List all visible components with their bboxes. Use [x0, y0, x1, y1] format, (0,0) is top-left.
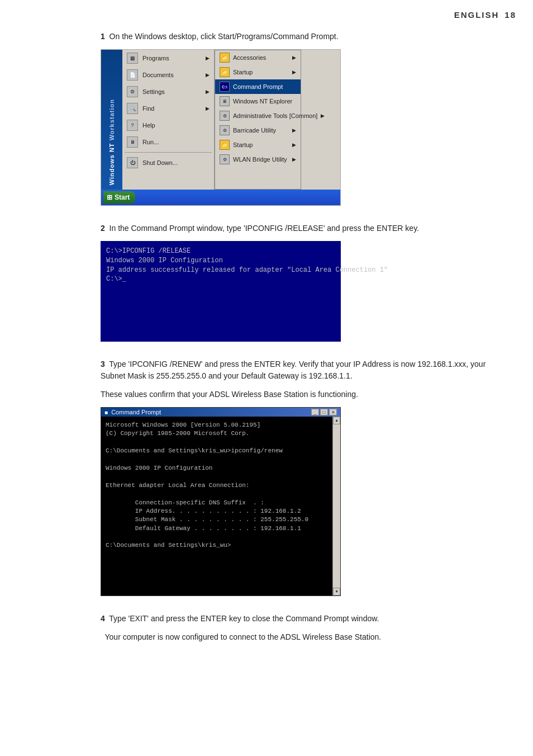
barricade-label: Barricade Utility [233, 127, 276, 134]
wlan-bridge-arrow: ▶ [292, 157, 296, 162]
accessories-label: Accessories [233, 54, 266, 61]
step-4: 4 Type 'EXIT' and press the ENTER key to… [101, 613, 499, 643]
startup-label: Startup [233, 69, 253, 75]
start-button[interactable]: ⊞ Start [103, 191, 135, 204]
step-4-subtext-content: Your computer is now configured to conne… [105, 632, 382, 641]
minimize-button[interactable]: _ [311, 409, 319, 415]
scroll-up-button[interactable]: ▲ [333, 417, 340, 424]
nt-explorer-label: Windows NT Explorer [233, 98, 292, 105]
step-2: 2 In the Command Prompt window, type 'IP… [101, 223, 499, 342]
documents-label: Documents [142, 72, 174, 78]
cmd-title: ■ Command Prompt [104, 409, 161, 415]
terminal-line-2: Windows 2000 IP Configuration [106, 256, 335, 266]
taskbar: ⊞ Start [101, 190, 340, 205]
windows-sidebar: Windows NT Workstation [101, 50, 122, 190]
step-2-text: 2 In the Command Prompt window, type 'IP… [101, 223, 499, 234]
menu-item-help[interactable]: ? Help [122, 117, 214, 134]
accessories-icon: 📁 [220, 53, 230, 63]
cmd-line-12: Subnet Mask . . . . . . . . . . : 255.25… [106, 516, 336, 524]
menu-item-run[interactable]: 🖥 Run... [122, 134, 214, 150]
cmd-line-9 [106, 490, 336, 498]
step-3-number: 3 [101, 360, 105, 368]
shutdown-icon: ⏻ [127, 157, 138, 168]
submenu-accessories[interactable]: 📁 Accessories ▶ [215, 50, 301, 65]
submenu-barricade[interactable]: ⚙ Barricade Utility ▶ [215, 123, 301, 138]
step-3-subtext-content: These values confirm that your ADSL Wire… [101, 390, 358, 399]
submenu-startup[interactable]: 📁 Startup ▶ [215, 65, 301, 79]
language-label: ENGLISH [454, 10, 499, 20]
find-arrow: ▶ [206, 106, 210, 111]
cmd-body: Microsoft Windows 2000 [Version 5.00.219… [101, 417, 340, 596]
accessories-arrow: ▶ [292, 55, 296, 60]
help-label: Help [142, 122, 155, 129]
step-1: 1 On the Windows desktop, click Start/Pr… [101, 31, 499, 206]
shutdown-label: Shut Down... [142, 159, 178, 166]
cmd-line-2: (C) Copyright 1985-2000 Microsoft Corp. [106, 429, 336, 438]
cmd-line-10: Connection-specific DNS Suffix . : [106, 499, 336, 507]
start-menu-screenshot: Windows NT Workstation ▦ Programs ▶ 📄 Do… [101, 49, 341, 206]
main-content: 1 On the Windows desktop, click Start/Pr… [0, 25, 533, 677]
barricade-arrow: ▶ [292, 127, 296, 133]
admin-tools-arrow: ▶ [321, 113, 325, 119]
programs-arrow: ▶ [206, 55, 210, 61]
startup-arrow: ▶ [292, 69, 296, 75]
close-button[interactable]: ✕ [329, 409, 337, 415]
help-icon: ? [127, 120, 138, 131]
step-3-subtext: These values confirm that your ADSL Wire… [101, 389, 499, 400]
cmd-window: ■ Command Prompt _ □ ✕ Microsoft Windows… [101, 407, 341, 596]
start-menu-main: ▦ Programs ▶ 📄 Documents ▶ ⚙ Settings ▶ [122, 50, 215, 190]
terminal-step2: C:\>IPCONFIG /RELEASE Windows 2000 IP Co… [101, 241, 341, 342]
submenu-wlan-bridge[interactable]: ⚙ WLAN Bridge Utility ▶ [215, 152, 301, 167]
page-number: 18 [505, 10, 516, 20]
cmd-line-13: Default Gateway . . . . . . . . : 192.16… [106, 525, 336, 533]
startup2-label: Startup [233, 141, 253, 148]
submenu-admin-tools[interactable]: ⚙ Administrative Tools [Common] ▶ [215, 108, 301, 123]
menu-separator [125, 152, 212, 153]
programs-icon: ▦ [127, 53, 138, 64]
wlan-bridge-icon: ⚙ [220, 154, 230, 164]
run-icon: 🖥 [127, 136, 138, 148]
wlan-bridge-label: WLAN Bridge Utility [233, 156, 287, 163]
step-4-text: 4 Type 'EXIT' and press the ENTER key to… [101, 613, 499, 625]
menu-item-documents[interactable]: 📄 Documents ▶ [122, 67, 214, 83]
submenu-nt-explorer[interactable]: 🖥 Windows NT Explorer [215, 94, 301, 108]
terminal-line-4: C:\>_ [106, 275, 335, 284]
start-label: Start [115, 193, 130, 201]
settings-arrow: ▶ [206, 89, 210, 94]
cmd-line-14 [106, 533, 336, 541]
menu-item-find[interactable]: 🔍 Find ▶ [122, 100, 214, 117]
documents-icon: 📄 [127, 69, 138, 81]
cmd-window-controls: _ □ ✕ [311, 409, 337, 415]
step-1-number: 1 [101, 32, 105, 41]
step-1-text: 1 On the Windows desktop, click Start/Pr… [101, 31, 499, 42]
sidebar-windows: Windows NT [108, 140, 115, 185]
step-1-description: On the Windows desktop, click Start/Prog… [110, 32, 339, 41]
cmd-icon: ■ [104, 409, 108, 415]
scroll-down-button[interactable]: ▼ [333, 588, 340, 596]
startup-icon: 📁 [220, 67, 230, 77]
step-2-description: In the Command Prompt window, type 'IPCO… [110, 224, 419, 233]
cmd-titlebar: ■ Command Prompt _ □ ✕ [101, 408, 340, 417]
cmd-line-7 [106, 472, 336, 481]
submenu-startup2[interactable]: 📁 Startup ▶ [215, 138, 301, 152]
step-2-number: 2 [101, 224, 105, 233]
cmd-line-1: Microsoft Windows 2000 [Version 5.00.219… [106, 421, 336, 429]
menu-item-settings[interactable]: ⚙ Settings ▶ [122, 83, 214, 100]
step-3-text: 3 Type 'IPCONFIG /RENEW' and press the E… [101, 358, 499, 382]
startup2-arrow: ▶ [292, 142, 296, 148]
restore-button[interactable]: □ [320, 409, 328, 415]
terminal-line-1: C:\>IPCONFIG /RELEASE [106, 247, 335, 256]
scroll-thumb[interactable] [333, 424, 340, 588]
cmd-body-wrapper: Microsoft Windows 2000 [Version 5.00.219… [101, 417, 340, 596]
submenu-command-prompt[interactable]: C:\ Command Prompt [215, 79, 301, 94]
terminal-line-3: IP address successfully released for ada… [106, 266, 335, 275]
step-4-number: 4 [101, 614, 105, 623]
page-header: ENGLISH 18 [0, 0, 533, 25]
menu-item-shutdown[interactable]: ⏻ Shut Down... [122, 154, 214, 171]
cmd-line-11: IP Address. . . . . . . . . . . : 192.16… [106, 507, 336, 516]
menu-item-programs[interactable]: ▦ Programs ▶ [122, 50, 214, 67]
menu-body: Windows NT Workstation ▦ Programs ▶ 📄 Do… [101, 50, 340, 190]
cmd-scrollbar[interactable]: ▲ ▼ [332, 417, 340, 596]
settings-label: Settings [142, 88, 165, 95]
admin-tools-label: Administrative Tools [Common] [233, 112, 317, 119]
